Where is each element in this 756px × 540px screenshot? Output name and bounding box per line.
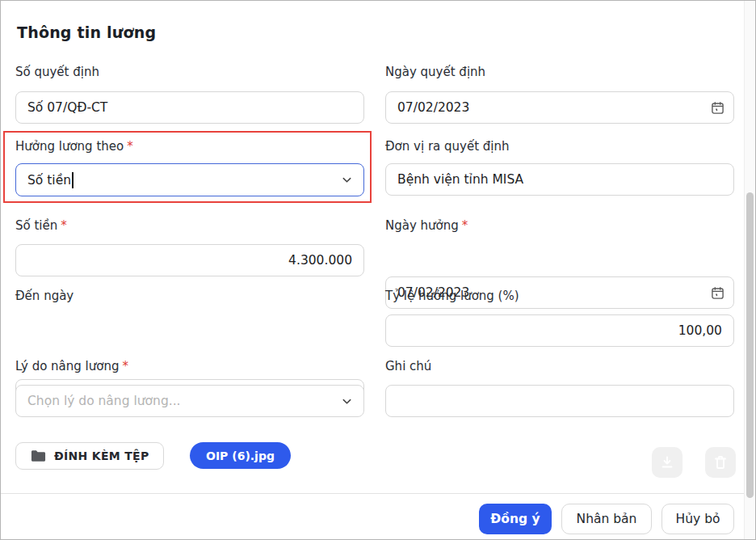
attach-file-label: ĐÍNH KÈM TỆP xyxy=(54,449,149,462)
attach-file-button[interactable]: ĐÍNH KÈM TỆP xyxy=(15,442,164,470)
amount-label: Số tiền* xyxy=(15,217,364,234)
trash-icon xyxy=(713,455,728,470)
raise-reason-select[interactable]: Chọn lý do nâng lương... xyxy=(15,385,364,417)
decision-number-input[interactable] xyxy=(15,91,364,124)
decision-date-label: Ngày quyết định xyxy=(385,64,734,80)
amount-wrap xyxy=(15,244,364,276)
field-decision-number: Số quyết định xyxy=(15,64,364,80)
decision-unit-input[interactable] xyxy=(385,163,734,196)
salary-rate-wrap xyxy=(385,314,734,347)
field-amount: Số tiền* xyxy=(15,217,364,234)
decision-number-wrap xyxy=(15,91,364,124)
salary-rate-input[interactable] xyxy=(385,314,734,347)
confirm-button[interactable]: Đồng ý xyxy=(479,504,552,534)
download-icon xyxy=(660,455,674,470)
confirm-button-label: Đồng ý xyxy=(490,512,540,526)
field-note: Ghi chú xyxy=(385,358,734,374)
field-decision-unit: Đơn vị ra quyết định xyxy=(385,138,734,154)
delete-file-button[interactable] xyxy=(705,447,736,478)
amount-input[interactable] xyxy=(15,244,364,276)
required-asterisk: * xyxy=(122,359,128,373)
page-title: Thông tin lương xyxy=(17,23,156,41)
required-asterisk: * xyxy=(462,218,468,233)
raise-reason-wrap: Chọn lý do nâng lương... xyxy=(15,385,364,417)
calendar-icon[interactable] xyxy=(710,100,724,115)
attached-file-chip[interactable]: OIP (6).jpg xyxy=(190,442,291,469)
required-asterisk: * xyxy=(127,139,133,154)
attached-file-name: OIP (6).jpg xyxy=(206,449,275,462)
download-file-button[interactable] xyxy=(652,447,682,478)
decision-unit-wrap xyxy=(385,163,734,196)
field-salary-basis: Hưởng lương theo* xyxy=(15,138,364,154)
decision-date-wrap xyxy=(385,91,734,124)
salary-basis-wrap: Số tiền xyxy=(15,163,364,196)
note-input[interactable] xyxy=(385,385,734,417)
note-wrap xyxy=(385,385,734,417)
salary-info-modal: Thông tin lương Số quyết định Ngày quyết… xyxy=(0,0,756,540)
duplicate-button-label: Nhân bản xyxy=(577,512,637,526)
field-end-date: Đến ngày xyxy=(15,288,364,304)
vertical-scrollbar-track[interactable] xyxy=(744,1,755,539)
decision-number-label: Số quyết định xyxy=(15,64,364,80)
decision-unit-label: Đơn vị ra quyết định xyxy=(385,138,734,154)
cancel-button-label: Hủy bỏ xyxy=(676,512,720,526)
raise-reason-placeholder: Chọn lý do nâng lương... xyxy=(27,394,181,408)
chevron-down-icon xyxy=(339,394,354,408)
salary-basis-select[interactable]: Số tiền xyxy=(15,163,364,196)
decision-date-input[interactable] xyxy=(385,91,734,124)
field-raise-reason: Lý do nâng lương* xyxy=(15,358,364,374)
chevron-down-icon xyxy=(339,173,354,188)
field-effective-date: Ngày hưởng* xyxy=(385,217,734,234)
field-salary-rate: Tỷ lệ hưởng lương (%) xyxy=(385,288,734,304)
note-label: Ghi chú xyxy=(385,358,734,374)
duplicate-button[interactable]: Nhân bản xyxy=(561,504,652,534)
footer-divider xyxy=(1,493,746,494)
salary-basis-label: Hưởng lương theo* xyxy=(15,138,364,154)
required-asterisk: * xyxy=(61,218,67,233)
text-cursor xyxy=(72,172,74,188)
salary-basis-value: Số tiền xyxy=(27,173,71,188)
field-decision-date: Ngày quyết định xyxy=(385,64,734,80)
effective-date-label: Ngày hưởng* xyxy=(385,217,734,234)
end-date-label: Đến ngày xyxy=(15,288,364,304)
cancel-button[interactable]: Hủy bỏ xyxy=(662,504,734,534)
raise-reason-label: Lý do nâng lương* xyxy=(15,358,364,374)
vertical-scrollbar-thumb[interactable] xyxy=(746,192,754,498)
salary-rate-label: Tỷ lệ hưởng lương (%) xyxy=(385,288,734,304)
folder-icon xyxy=(31,449,46,462)
